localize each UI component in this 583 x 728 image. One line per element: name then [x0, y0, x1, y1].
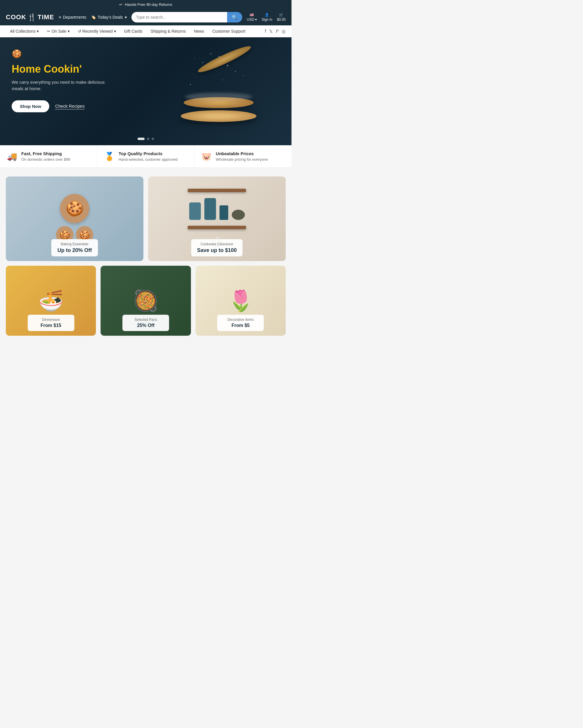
piggy-icon: 🐷 [201, 152, 212, 161]
sign-in-button[interactable]: 👤 Sign in [261, 13, 272, 22]
promo-card-cookware[interactable]: 🍲 Cookware Clearance Save up to $100 [148, 177, 286, 261]
hero-content: 🍪 Home Cookin' We carry everything you n… [12, 49, 111, 112]
currency-selector[interactable]: 🇺🇸 USD ▾ [247, 13, 257, 22]
feature-title: Top Quality Products [119, 151, 177, 156]
search-input[interactable] [132, 12, 227, 23]
pancake-bottom [181, 110, 256, 122]
promo-label-pans: Selected Pans 25% Off [122, 315, 169, 331]
hero-subtitle: We carry everything you need to make del… [12, 79, 111, 92]
carousel-dot-2[interactable] [147, 138, 149, 140]
promo-category: Decorative Items [223, 318, 258, 322]
nav-all-collections[interactable]: All Collections ▾ [6, 25, 43, 37]
chevron-down-icon: ▾ [125, 15, 127, 20]
hero-image [163, 43, 274, 142]
search-button[interactable]: 🔍 [227, 12, 242, 23]
facebook-icon[interactable]: f [265, 29, 266, 34]
nav-label: Gift Cards [124, 29, 142, 33]
menu-icon: ≡ [59, 15, 61, 20]
deals-label: Today's Deals [98, 15, 123, 20]
departments-label: Departments [63, 15, 86, 20]
pancake-stack [178, 49, 259, 136]
cart-icon: 🛒 [279, 13, 283, 17]
shop-now-button[interactable]: Shop Now [12, 100, 49, 112]
cart-total: $0.00 [277, 18, 286, 22]
feature-prices: 🐷 Unbeatable Prices Wholesale pricing fo… [194, 145, 292, 167]
feature-description: Hand-selected, customer approved [119, 157, 177, 162]
promo-category: Baking Essentials [57, 242, 92, 246]
promo-deal: From $15 [33, 323, 68, 328]
secondary-nav: All Collections ▾ ✂ On Sale ▾ ↺ Recently… [0, 25, 292, 37]
pinterest-icon[interactable]: 𝑃 [276, 29, 279, 34]
feature-shipping-text: Fast, Free Shipping On domestic orders o… [21, 151, 70, 162]
return-icon: ↩ [119, 2, 122, 7]
feature-prices-text: Unbeatable Prices Wholesale pricing for … [216, 151, 268, 162]
feature-quality-text: Top Quality Products Hand-selected, cust… [119, 151, 177, 162]
cookie-emoji: 🍪 [12, 49, 22, 58]
promo-grid-top: 🍪 🍪 🍪 Baking Essentials Up to 20% Off [6, 177, 286, 261]
promo-grid-bottom: 🍜 Dinnerware From $15 🥘 Selected Pans 25… [6, 266, 286, 336]
promo-label-decorative: Decorative Items From $5 [217, 315, 264, 331]
sign-in-label: Sign in [261, 18, 272, 22]
carousel-dot-1[interactable] [138, 138, 145, 140]
promo-label-dinnerware: Dinnerware From $15 [28, 315, 74, 331]
promo-deal: Save up to $100 [197, 247, 237, 254]
promo-category: Selected Pans [128, 318, 163, 322]
user-icon: 👤 [265, 13, 269, 17]
feature-quality: 🏅 Top Quality Products Hand-selected, cu… [98, 145, 195, 167]
instagram-icon[interactable]: ◎ [282, 29, 286, 34]
check-recipes-button[interactable]: Check Recipes [55, 103, 85, 109]
nav-recently-viewed[interactable]: ↺ Recently Viewed ▾ [74, 25, 120, 37]
feature-shipping: 🚚 Fast, Free Shipping On domestic orders… [0, 145, 98, 167]
features-bar: 🚚 Fast, Free Shipping On domestic orders… [0, 145, 292, 168]
twitter-icon[interactable]: 𝕏 [269, 29, 273, 34]
cookie-icon: 🍪 [12, 49, 111, 59]
promo-card-decorative[interactable]: 🌷 Decorative Items From $5 [196, 266, 286, 336]
promo-card-pans[interactable]: 🥘 Selected Pans 25% Off [101, 266, 191, 336]
nav-gift-cards[interactable]: Gift Cards [120, 25, 147, 37]
nav-label: All Collections [10, 29, 35, 33]
flag-icon: 🇺🇸 [250, 13, 254, 17]
hero-title: Home Cookin' [12, 63, 111, 75]
promo-category: Cookware Clearance [197, 242, 237, 246]
carousel-dot-3[interactable] [151, 138, 154, 140]
truck-icon: 🚚 [7, 152, 17, 161]
nav-label: Recently Viewed [83, 29, 113, 33]
chevron-down-icon: ▾ [67, 29, 70, 33]
logo[interactable]: COOK 🍴 TIME [6, 13, 54, 21]
pancake-flying [196, 43, 253, 76]
logo-text: COOK [6, 14, 26, 21]
hero-banner: 🍪 Home Cookin' We carry everything you n… [0, 37, 292, 145]
promo-label-cookware: Cookware Clearance Save up to $100 [191, 239, 243, 256]
hero-buttons: Shop Now Check Recipes [12, 100, 111, 112]
promo-card-baking[interactable]: 🍪 🍪 🍪 Baking Essentials Up to 20% Off [6, 177, 143, 261]
nav-label: Customer Support [212, 29, 245, 33]
search-bar: 🔍 [132, 12, 242, 23]
promo-deal: Up to 20% Off [57, 247, 92, 254]
promo-deal: 25% Off [128, 323, 163, 328]
promo-label-baking: Baking Essentials Up to 20% Off [51, 239, 98, 256]
cart-button[interactable]: 🛒 $0.00 [277, 13, 286, 22]
currency-label: USD ▾ [247, 18, 257, 22]
nav-customer-support[interactable]: Customer Support [208, 25, 250, 37]
carousel-dots [138, 138, 154, 140]
logo-icon: 🍴 [27, 13, 36, 21]
chevron-down-icon: ▾ [114, 29, 116, 33]
nav-label: On Sale [52, 29, 66, 33]
header: COOK 🍴 TIME ≡ Departments 🏷️ Today's Dea… [0, 9, 292, 25]
social-icons: f 𝕏 𝑃 ◎ [265, 29, 286, 34]
sale-icon: ✂ [47, 29, 50, 33]
top-banner: ↩ Hassle Free 90-day Returns [0, 0, 292, 9]
promo-card-dinnerware[interactable]: 🍜 Dinnerware From $15 [6, 266, 96, 336]
logo-text-2: TIME [37, 14, 54, 21]
nav-label: Shipping & Returns [151, 29, 186, 33]
departments-nav[interactable]: ≡ Departments [59, 15, 86, 20]
nav-shipping-returns[interactable]: Shipping & Returns [147, 25, 190, 37]
deals-nav[interactable]: 🏷️ Today's Deals ▾ [91, 15, 127, 20]
history-icon: ↺ [78, 29, 81, 33]
feature-title: Fast, Free Shipping [21, 151, 70, 156]
nav-news[interactable]: News [190, 25, 208, 37]
promo-deal: From $5 [223, 323, 258, 328]
medal-icon: 🏅 [104, 152, 115, 161]
nav-on-sale[interactable]: ✂ On Sale ▾ [43, 25, 74, 37]
tag-icon: 🏷️ [91, 15, 96, 20]
